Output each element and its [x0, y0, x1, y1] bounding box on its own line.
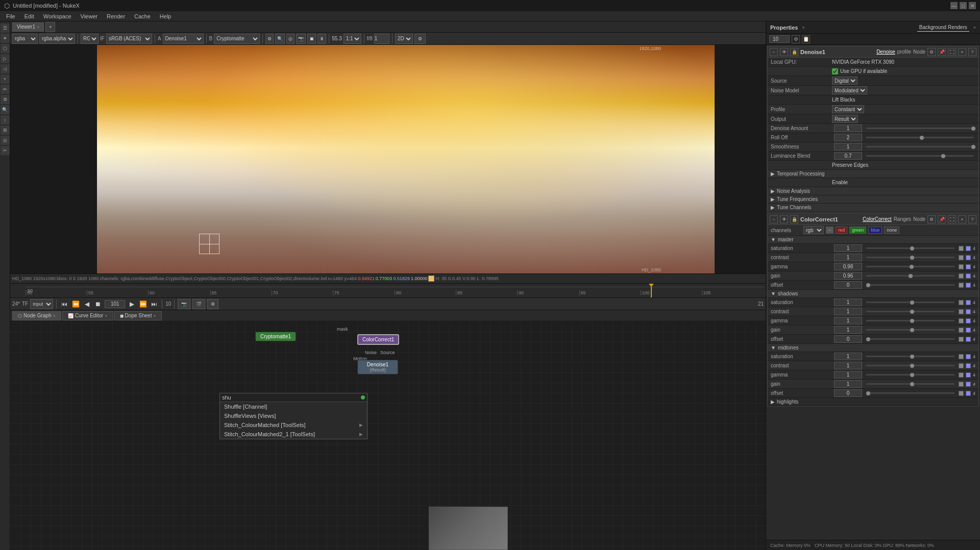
- master-offset-thumb[interactable]: [866, 283, 870, 287]
- denoise-tab-profile[interactable]: profile: [897, 49, 911, 55]
- viewer-area[interactable]: 1920,1080 HD_1080: [10, 45, 766, 273]
- shadows-contrast-thumb[interactable]: [910, 310, 914, 314]
- search-item-stitch1[interactable]: Stitch_ColourMatched [ToolSets]: [220, 420, 367, 430]
- shadows-contrast-input[interactable]: [834, 308, 862, 315]
- midtones-offset-slider[interactable]: [866, 392, 954, 394]
- master-gamma-input[interactable]: [834, 263, 862, 270]
- shadows-saturation-input[interactable]: [834, 298, 862, 306]
- smoothness-input[interactable]: [834, 143, 862, 151]
- channel-select[interactable]: rgba: [12, 34, 38, 44]
- a-input-select[interactable]: Denoise1: [163, 34, 204, 44]
- viewer-btn-6[interactable]: ⏸: [317, 34, 326, 44]
- search-item-shuffleviews[interactable]: ShuffleViews [Views]: [220, 411, 367, 420]
- sidebar-btn-5[interactable]: ◁: [1, 64, 10, 73]
- viewer-btn-3[interactable]: ◎: [286, 34, 295, 44]
- shadows-gamma-slider[interactable]: [866, 320, 954, 321]
- cc-close-btn[interactable]: ×: [958, 215, 966, 223]
- midtones-gain-input[interactable]: [834, 380, 862, 388]
- noise-analysis-section[interactable]: ▶ Noise Analysis: [768, 187, 978, 195]
- shadows-offset-thumb[interactable]: [866, 337, 870, 341]
- curve-editor-close-icon[interactable]: ×: [105, 313, 107, 318]
- menu-cache[interactable]: Cache: [130, 12, 155, 20]
- profile-select[interactable]: Constant: [832, 105, 864, 113]
- luminance-blend-thumb[interactable]: [941, 154, 945, 158]
- midtones-saturation-slider[interactable]: [866, 356, 954, 357]
- tab-background-renders[interactable]: Background Renders: [917, 23, 969, 32]
- master-gain-slider[interactable]: [866, 275, 954, 277]
- cc-eye-btn[interactable]: 👁: [780, 215, 788, 223]
- alpha-select[interactable]: rgba.alpha: [39, 34, 75, 44]
- cc-pin-btn[interactable]: 📌: [938, 215, 946, 223]
- sidebar-btn-4[interactable]: ▷: [1, 54, 10, 63]
- denoise-tab-node[interactable]: Node: [913, 49, 925, 55]
- highlights-section-header[interactable]: ▶ highlights: [768, 398, 978, 406]
- tab-curve-editor[interactable]: 📈 Curve Editor ×: [62, 311, 113, 320]
- shadows-gain-slider[interactable]: [866, 329, 954, 331]
- properties-number-input[interactable]: [769, 35, 790, 43]
- midtones-section-header[interactable]: ▼ midtones: [768, 344, 978, 352]
- menu-viewer[interactable]: Viewer: [77, 12, 102, 20]
- shadows-gamma-thumb[interactable]: [910, 319, 914, 323]
- shadows-gamma-input[interactable]: [834, 317, 862, 324]
- cc-expand-btn[interactable]: ⛶: [948, 215, 956, 223]
- node-denoise1[interactable]: Denoise1 (Result): [357, 360, 398, 374]
- master-gamma-slider[interactable]: [866, 266, 954, 267]
- midtones-saturation-thumb[interactable]: [910, 355, 914, 359]
- midtones-offset-input[interactable]: [834, 389, 862, 397]
- denoise-amount-thumb[interactable]: [971, 127, 975, 131]
- midtones-gamma-input[interactable]: [834, 371, 862, 379]
- denoise-expand-btn[interactable]: ⛶: [948, 48, 956, 56]
- midtones-contrast-input[interactable]: [834, 362, 862, 369]
- colorspace-select[interactable]: RGB: [81, 34, 99, 44]
- node-graph[interactable]: 2 Cryptomatte1 mask ColorCorrect1 Noise …: [10, 321, 766, 550]
- shadows-offset-slider[interactable]: [866, 338, 954, 340]
- lut-select[interactable]: sRGB (ACES): [106, 34, 152, 44]
- sidebar-btn-9[interactable]: 🔍: [1, 105, 10, 114]
- viewer-btn-1[interactable]: ⚙: [265, 34, 274, 44]
- play-back-btn[interactable]: ◀: [82, 299, 91, 309]
- cc-tab-main[interactable]: ColorCorrect: [863, 216, 892, 222]
- sidebar-btn-12[interactable]: ◎: [1, 136, 10, 145]
- roll-off-slider[interactable]: [866, 137, 973, 138]
- properties-btn-1[interactable]: ⚙: [792, 35, 800, 43]
- sidebar-btn-1[interactable]: ☰: [1, 23, 10, 33]
- frame-input[interactable]: [105, 300, 125, 308]
- denoise-amount-slider[interactable]: [866, 128, 973, 129]
- master-contrast-thumb[interactable]: [910, 256, 914, 260]
- sidebar-btn-8[interactable]: ⚙: [1, 95, 10, 104]
- use-gpu-checkbox[interactable]: [832, 68, 838, 74]
- cc-blue-btn[interactable]: blue: [868, 227, 882, 234]
- master-contrast-input[interactable]: [834, 254, 862, 261]
- step-back-btn[interactable]: ⏪: [71, 299, 80, 309]
- midtones-gain-slider[interactable]: [866, 383, 954, 385]
- cc-channels-select[interactable]: rgb: [803, 226, 824, 234]
- shadows-contrast-slider[interactable]: [866, 311, 954, 312]
- add-viewer-btn[interactable]: +: [45, 22, 55, 32]
- master-gain-thumb[interactable]: [909, 274, 913, 278]
- cc-lock-btn[interactable]: 🔒: [790, 215, 798, 223]
- render-btn-1[interactable]: 📷: [178, 299, 190, 309]
- temporal-section[interactable]: ▶ Temporal Processing: [768, 170, 978, 178]
- sidebar-btn-11[interactable]: ⊞: [1, 126, 10, 135]
- tune-channels-section[interactable]: ▶ Tune Channels: [768, 204, 978, 212]
- go-to-start-btn[interactable]: ⏮: [60, 299, 69, 309]
- shadows-gain-input[interactable]: [834, 326, 862, 334]
- sidebar-btn-7[interactable]: ✏: [1, 85, 10, 94]
- node-search-dropdown[interactable]: Shuffle [Channel] ShuffleViews [Views] S…: [219, 393, 368, 439]
- denoise-tab-main[interactable]: Denoise: [876, 49, 895, 55]
- roll-off-thumb[interactable]: [920, 136, 924, 140]
- viewer-btn-5[interactable]: ⏹: [307, 34, 316, 44]
- step-forward-btn[interactable]: ⏩: [138, 299, 148, 309]
- view-mode-select[interactable]: 2D: [395, 34, 413, 44]
- master-saturation-input[interactable]: [834, 244, 862, 252]
- menu-workspace[interactable]: Workspace: [39, 12, 76, 20]
- noise-model-select[interactable]: Modulated: [832, 86, 867, 94]
- master-section-header[interactable]: ▼ master: [768, 236, 978, 244]
- denoise-collapse-btn[interactable]: −: [770, 48, 778, 56]
- midtones-saturation-input[interactable]: [834, 353, 862, 360]
- sidebar-btn-13[interactable]: ✂: [1, 146, 10, 155]
- denoise-help-btn[interactable]: ?: [968, 48, 976, 56]
- sidebar-btn-10[interactable]: ↕: [1, 115, 10, 124]
- master-offset-slider[interactable]: [866, 284, 954, 286]
- master-gamma-thumb[interactable]: [910, 265, 914, 269]
